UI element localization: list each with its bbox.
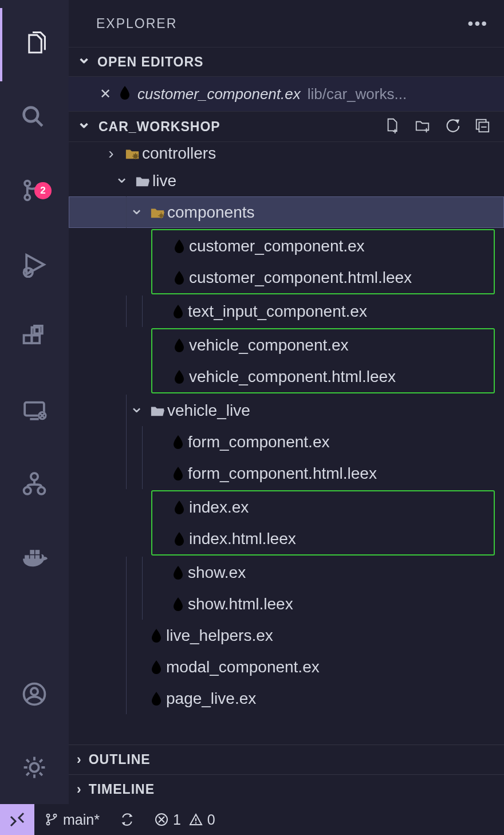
highlight-box: index.ex index.html.leex	[151, 490, 495, 556]
tree-file[interactable]: customer_component.ex	[152, 230, 494, 262]
folder-open-icon	[148, 403, 167, 418]
refresh-icon[interactable]	[444, 117, 460, 136]
tree-file[interactable]: vehicle_component.ex	[152, 329, 494, 361]
explorer-title: EXPLORER	[96, 16, 177, 31]
new-folder-icon[interactable]	[415, 117, 431, 136]
new-file-icon[interactable]	[385, 117, 401, 136]
elixir-icon	[147, 691, 166, 706]
tree-file[interactable]: vehicle_component.html.leex	[152, 361, 494, 392]
warning-count: 0	[207, 812, 215, 828]
activity-explorer[interactable]	[0, 8, 69, 81]
tree-file[interactable]: page_live.ex	[69, 683, 504, 714]
open-editor-name: customer_component.ex	[137, 85, 301, 103]
elixir-icon	[170, 500, 189, 515]
close-icon[interactable]: ✕	[99, 86, 112, 102]
tree-file[interactable]: show.ex	[69, 557, 504, 588]
folder-label: components	[167, 203, 504, 222]
collapse-icon[interactable]	[474, 117, 490, 136]
workspace-title: CAR_WORKSHOP	[99, 119, 220, 135]
activity-remote-explorer[interactable]	[0, 375, 69, 448]
open-editor-path: lib/car_works...	[308, 85, 407, 103]
chevron-down-icon	[77, 54, 90, 70]
tree-file[interactable]: customer_component.html.leex	[152, 262, 494, 293]
status-branch[interactable]: main*	[34, 804, 110, 835]
tree-folder-live[interactable]: live	[69, 165, 504, 196]
file-label: vehicle_component.html.leex	[189, 368, 494, 386]
file-tree: controllers live components customer_com…	[69, 142, 504, 745]
explorer-more-icon[interactable]: •••	[468, 14, 488, 33]
activity-extensions[interactable]	[0, 301, 69, 375]
elixir-icon	[168, 565, 188, 580]
chevron-down-icon	[113, 172, 129, 190]
tree-folder-controllers[interactable]: controllers	[69, 142, 504, 165]
chevron-right-icon	[103, 144, 119, 163]
tree-file[interactable]: form_component.ex	[69, 426, 504, 458]
tree-folder-components[interactable]: components	[69, 196, 504, 228]
status-sync[interactable]	[110, 804, 144, 835]
tree-file[interactable]: show.html.leex	[69, 588, 504, 620]
tree-file[interactable]: form_component.html.leex	[69, 458, 504, 489]
elixir-icon	[147, 660, 166, 675]
activity-git-graph[interactable]	[0, 448, 69, 521]
chevron-down-icon	[128, 401, 144, 420]
file-label: page_live.ex	[166, 690, 504, 708]
error-count: 1	[173, 812, 181, 828]
file-label: form_component.html.leex	[188, 464, 504, 483]
tree-file[interactable]: modal_component.ex	[69, 651, 504, 683]
open-editor-item[interactable]: ✕ customer_component.ex lib/car_works...	[69, 77, 504, 111]
folder-open-icon	[133, 174, 152, 188]
tree-file[interactable]: index.ex	[152, 491, 494, 523]
outline-title: OUTLINE	[89, 752, 151, 767]
activity-bar: 2	[0, 0, 69, 804]
status-remote-button[interactable]	[0, 804, 34, 835]
file-label: live_helpers.ex	[166, 627, 504, 645]
file-label: customer_component.html.leex	[189, 269, 494, 287]
status-problems[interactable]: 1 0	[144, 804, 226, 835]
branch-name: main*	[63, 812, 100, 828]
file-label: vehicle_component.ex	[189, 336, 494, 355]
activity-scm[interactable]: 2	[0, 155, 69, 228]
file-label: text_input_component.ex	[188, 302, 504, 321]
elixir-icon	[168, 435, 188, 450]
chevron-right-icon	[77, 782, 82, 797]
workspace-header[interactable]: CAR_WORKSHOP	[69, 111, 504, 142]
elixir-icon	[170, 338, 189, 353]
activity-search[interactable]	[0, 81, 69, 155]
folder-label: live	[152, 172, 504, 190]
tree-file[interactable]: live_helpers.ex	[69, 620, 504, 651]
tree-folder-vehicle-live[interactable]: vehicle_live	[69, 395, 504, 426]
workspace-actions	[385, 117, 504, 136]
open-editors-title: OPEN EDITORS	[97, 54, 203, 70]
explorer-sidebar: EXPLORER ••• OPEN EDITORS ✕ customer_com…	[69, 0, 504, 804]
chevron-down-icon	[77, 119, 92, 135]
activity-settings[interactable]	[0, 731, 69, 804]
tree-file[interactable]: text_input_component.ex	[69, 296, 504, 327]
elixir-icon	[170, 270, 189, 285]
timeline-header[interactable]: TIMELINE	[69, 774, 504, 804]
folder-label: controllers	[142, 144, 504, 163]
file-label: show.html.leex	[188, 595, 504, 613]
elixir-icon	[168, 304, 188, 319]
folder-config-open-icon	[148, 205, 167, 220]
activity-docker[interactable]	[0, 521, 69, 594]
elixir-icon	[168, 597, 188, 612]
elixir-icon	[170, 369, 189, 384]
timeline-title: TIMELINE	[89, 782, 155, 797]
file-label: index.ex	[189, 498, 494, 517]
activity-account[interactable]	[0, 657, 69, 731]
elixir-icon	[168, 466, 188, 481]
app-root: 2 EXPLORER ••• OPEN EDITORS ✕ customer_c…	[0, 0, 504, 804]
tree-file[interactable]: index.html.leex	[152, 523, 494, 554]
file-label: index.html.leex	[189, 530, 494, 548]
file-label: modal_component.ex	[166, 658, 504, 676]
status-bar: main* 1 0	[0, 804, 504, 835]
chevron-down-icon	[128, 203, 144, 222]
activity-debug[interactable]	[0, 228, 69, 301]
highlight-box: vehicle_component.ex vehicle_component.h…	[151, 328, 495, 393]
open-editors-header[interactable]: OPEN EDITORS	[69, 47, 504, 77]
elixir-icon	[147, 628, 166, 643]
chevron-right-icon	[77, 752, 82, 767]
file-label: form_component.ex	[188, 433, 504, 451]
scm-badge: 2	[34, 182, 52, 199]
outline-header[interactable]: OUTLINE	[69, 745, 504, 774]
